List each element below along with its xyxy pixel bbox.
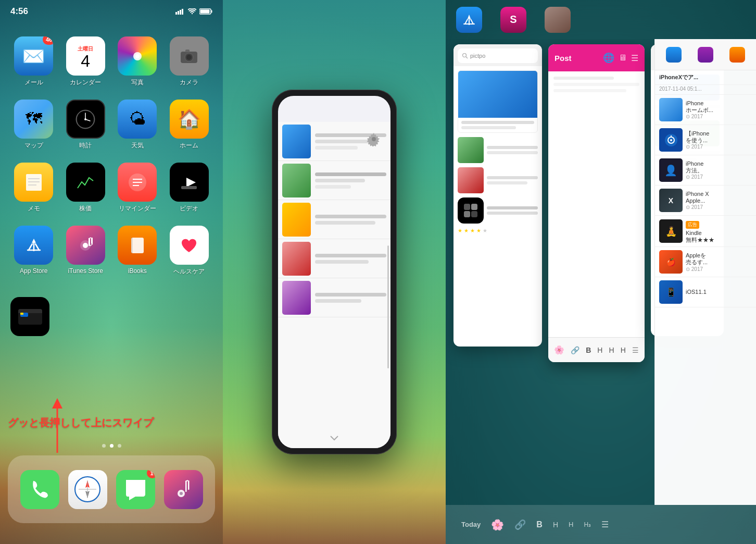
dock-menu[interactable]: ☰ xyxy=(601,520,609,529)
app-itunes[interactable]: iTunes Store xyxy=(62,226,109,276)
article-line xyxy=(461,121,534,124)
safari-url-bar[interactable]: pictpo xyxy=(458,48,538,63)
appstore-label: App Store xyxy=(20,267,47,275)
top-slpro-icon[interactable]: S xyxy=(500,7,526,33)
safari-card[interactable]: pictpo xyxy=(453,44,542,347)
slpro-post-label: Post xyxy=(555,54,572,63)
app-videos[interactable]: ビデオ xyxy=(166,163,213,213)
dock-link-icon[interactable]: 🔗 xyxy=(514,519,526,530)
svg-rect-51 xyxy=(185,481,187,492)
today-label[interactable]: Today xyxy=(461,521,481,528)
toolbar-h1[interactable]: H xyxy=(597,346,602,354)
battery-icon xyxy=(199,8,212,15)
globe-icon[interactable]: 🌐 xyxy=(603,52,614,64)
svg-point-8 xyxy=(135,54,140,58)
app-mail[interactable]: ✉️ 46 メール xyxy=(10,36,57,87)
app-stocks[interactable]: 株価 xyxy=(62,163,109,213)
dock-messages[interactable]: 1 xyxy=(116,470,155,509)
dock-music[interactable] xyxy=(164,470,203,509)
toolbar-bold[interactable]: B xyxy=(586,346,591,354)
toolbar-h2[interactable]: H xyxy=(609,346,614,354)
sidebar-thumb-6: 📱 xyxy=(659,280,683,304)
signal-icon xyxy=(175,8,185,15)
svg-point-55 xyxy=(180,492,183,495)
star-5: ★ xyxy=(483,228,487,233)
monitor-icon[interactable]: 🖥 xyxy=(619,53,627,63)
toolbar-flower[interactable]: 🌸 xyxy=(554,345,564,355)
dot-1 xyxy=(102,444,106,448)
dock-h1[interactable]: H xyxy=(553,521,558,529)
messages-badge: 1 xyxy=(147,470,155,478)
dock-phone[interactable] xyxy=(20,470,59,509)
dot-2 xyxy=(110,444,114,448)
text-line xyxy=(315,185,351,189)
svg-point-57 xyxy=(372,137,376,141)
list-text-3 xyxy=(315,215,386,225)
app-home[interactable]: 🏠 ホーム xyxy=(166,100,213,150)
menu-icon[interactable]: ☰ xyxy=(631,53,638,63)
dock-h3[interactable]: H₃ xyxy=(584,521,591,528)
app-health[interactable]: ヘルスケア xyxy=(166,226,213,276)
sidebar-text-1: iPhoneホームボ... ⊙ 2017 xyxy=(686,100,713,119)
dock-bold-b[interactable]: B xyxy=(536,520,543,529)
editor-line xyxy=(553,77,614,80)
sidebar-item-title-3: iPhone方法。 xyxy=(686,160,703,174)
article-text-2 xyxy=(487,146,538,154)
text-line xyxy=(315,299,361,303)
top-avatar-icon[interactable] xyxy=(545,7,571,33)
app-weather[interactable]: 🌤 天気 xyxy=(114,100,161,150)
app-notes[interactable]: メモ xyxy=(10,163,57,213)
dock-h2[interactable]: H xyxy=(569,521,573,528)
calendar-day: 4 xyxy=(81,53,90,69)
svg-rect-5 xyxy=(211,10,212,13)
ios-label: 📱 xyxy=(666,287,676,297)
dock-flower-icon[interactable]: 🌸 xyxy=(491,518,504,531)
app-camera[interactable]: カメラ xyxy=(166,36,213,87)
app-clock[interactable]: 時計 xyxy=(62,100,109,150)
slpro-card[interactable]: Post 🌐 🖥 ☰ 🌸 🔗 B xyxy=(548,44,645,362)
sidebar-text-2: 【iPhoneを使う... ⊙ 2017 xyxy=(686,130,709,150)
apple-label: 🍎 xyxy=(666,258,675,266)
app-calendar[interactable]: 土曜日 4 カレンダー xyxy=(62,36,109,87)
toolbar-link[interactable]: 🔗 xyxy=(571,346,579,354)
app-ibooks[interactable]: iBooks xyxy=(114,226,161,276)
phone-icon xyxy=(29,479,50,500)
appstore-icon xyxy=(23,234,45,256)
text-line xyxy=(315,215,386,218)
sidebar-thumb-kindle: 🧘 xyxy=(659,219,683,243)
list-text-2 xyxy=(315,172,386,189)
settings-gear[interactable] xyxy=(364,130,383,148)
app-wallet[interactable] xyxy=(10,297,49,336)
editor-line xyxy=(553,89,626,92)
home-label: ホーム xyxy=(180,141,198,150)
app-appstore[interactable]: App Store xyxy=(10,226,57,276)
svg-rect-37 xyxy=(131,238,133,253)
list-thumb-4 xyxy=(282,242,311,276)
app-photos[interactable]: 写真 xyxy=(114,36,161,87)
editor-line xyxy=(553,83,639,86)
dock-safari[interactable] xyxy=(68,470,107,509)
toolbar-more[interactable]: ☰ xyxy=(632,346,639,354)
sidebar-thumb-4: X xyxy=(659,189,683,212)
svg-point-66 xyxy=(463,54,467,57)
text-line xyxy=(315,146,358,150)
top-appstore-icon[interactable] xyxy=(456,7,482,33)
kindle-icon: 🧘 xyxy=(665,226,677,237)
app-maps[interactable]: 🗺 マップ xyxy=(10,100,57,150)
app-reminders[interactable]: リマインダー xyxy=(114,163,161,213)
thumb-content xyxy=(659,98,683,121)
svg-rect-33 xyxy=(91,238,93,244)
sidebar-item-date-3: ⊙ 2017 xyxy=(686,174,703,180)
list-thumb-2 xyxy=(282,164,311,197)
phone-screen xyxy=(278,96,390,448)
star-4: ★ xyxy=(476,228,481,233)
svg-point-11 xyxy=(186,55,192,60)
toolbar-h3[interactable]: H xyxy=(621,346,626,354)
appstore-top-icon xyxy=(462,13,476,27)
sidebar-thumb-5: 🍎 xyxy=(659,250,683,274)
calendar-label: カレンダー xyxy=(70,78,101,87)
sidebar-main-title: iPhoneXでア... xyxy=(655,70,756,85)
sidebar-thumb-1 xyxy=(659,98,683,121)
gear-icon xyxy=(367,132,381,146)
article-image-1 xyxy=(458,71,537,118)
